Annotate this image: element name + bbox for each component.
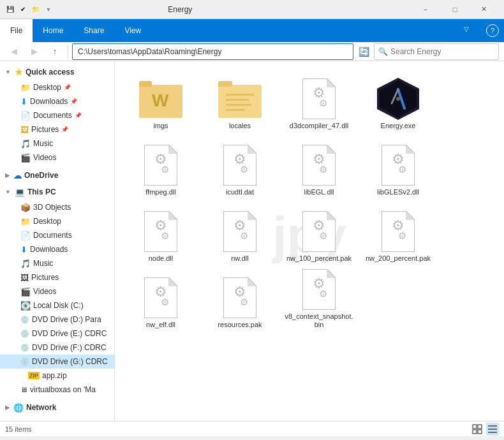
file-item-nw-elf[interactable]: ⚙ ⚙ nw_elf.dll (122, 268, 199, 332)
search-input[interactable] (390, 47, 494, 56)
file-item-v8context[interactable]: ⚙ ⚙ v8_context_snapshot.bin (281, 268, 357, 332)
file-item-resources[interactable]: ⚙ ⚙ resources.pak (202, 268, 278, 332)
svg-text:⚙: ⚙ (240, 230, 248, 241)
file-item-icudtl[interactable]: ⚙ ⚙ icudtl.dat (202, 135, 278, 199)
sidebar-item-dvd-e[interactable]: 💿 DVD Drive (E:) CDRC (0, 326, 114, 341)
address-path[interactable]: C:\Users\tomas\AppData\Roaming\Energy (72, 43, 353, 60)
view-controls (471, 423, 499, 436)
file-icon-locales (217, 76, 263, 122)
sidebar-item-pictures-pc[interactable]: 🖼 Pictures (0, 270, 114, 284)
sidebar-section-onedrive[interactable]: ▶ ☁ OneDrive (0, 167, 114, 184)
toolbar: ◀ ▶ ↑ C:\Users\tomas\AppData\Roaming\Ene… (0, 42, 504, 61)
sidebar-label: Downloads (30, 245, 68, 254)
file-icon-nw200: ⚙ ⚙ (375, 209, 421, 254)
ribbon-tab-share[interactable]: Share (73, 19, 114, 42)
svg-rect-66 (478, 430, 482, 434)
sidebar-label: DVD Drive (D:) Para (32, 315, 101, 324)
dvd-icon: 💿 (20, 330, 29, 338)
sidebar-item-music-qa[interactable]: 🎵 Music (0, 136, 114, 150)
svg-rect-64 (478, 425, 482, 429)
sidebar-section-quickaccess[interactable]: ▼ ★ Quick access (0, 64, 114, 80)
minimize-button[interactable]: − (411, 0, 440, 19)
maximize-button[interactable]: □ (440, 0, 470, 19)
svg-rect-65 (473, 430, 477, 434)
sidebar-item-appzip[interactable]: ZIP app.zip (0, 369, 114, 383)
svg-text:⚙: ⚙ (398, 230, 406, 241)
file-item-nw200[interactable]: ⚙ ⚙ nw_200_percent.pak (360, 202, 436, 265)
file-item-imgs[interactable]: W imgs (122, 69, 199, 133)
disk-icon: 💽 (20, 301, 31, 311)
ribbon-minimize-btn[interactable]: ▽ (452, 19, 481, 38)
downloads-icon: ⬇ (20, 245, 27, 254)
pin-icon: 📌 (75, 112, 82, 119)
ribbon-tab-file[interactable]: File (0, 19, 33, 42)
file-item-nw[interactable]: ⚙ ⚙ nw.dll (202, 202, 278, 265)
ribbon-tab-home[interactable]: Home (33, 19, 73, 42)
documents-icon: 📄 (20, 231, 31, 240)
file-item-libEGL[interactable]: ⚙ ⚙ libEGL.dll (281, 135, 357, 199)
sidebar-item-downloads-qa[interactable]: ⬇ Downloads 📌 (0, 94, 114, 108)
file-icon-d3dcompiler: ⚙ ⚙ (296, 76, 342, 122)
sidebar-item-localdisk[interactable]: 💽 Local Disk (C:) (0, 298, 114, 312)
ribbon-help-btn[interactable]: ? (486, 24, 499, 37)
onedrive-icon: ☁ (13, 171, 22, 180)
up-button[interactable]: ↑ (46, 44, 64, 59)
large-icon-view-button[interactable] (471, 423, 484, 436)
svg-marker-36 (168, 211, 177, 220)
quickaccess-icon: ★ (15, 67, 23, 77)
sidebar: ▼ ★ Quick access 📁 Desktop 📌 ⬇ Downloads… (0, 61, 115, 421)
sidebar-item-virtualbox[interactable]: 🖥 virtualboxas on 'Ma (0, 383, 114, 397)
sidebar-item-dvd-d[interactable]: 💿 DVD Drive (D:) Para (0, 312, 114, 326)
close-button[interactable]: ✕ (470, 0, 499, 19)
sidebar-section-thispc[interactable]: ▼ 💻 This PC (0, 184, 114, 200)
dvd-icon: 💿 (20, 316, 29, 324)
sidebar-item-desktop-pc[interactable]: 📁 Desktop (0, 214, 114, 228)
file-item-nw100[interactable]: ⚙ ⚙ nw_100_percent.pak (281, 202, 357, 265)
titlebar: 💾 ✔ 📁 ▼ Energy − □ ✕ (0, 0, 504, 19)
quickaccess-chevron: ▼ (5, 69, 11, 75)
sidebar-label: DVD Drive (E:) CDRC (32, 329, 107, 338)
sidebar-item-dvd-f[interactable]: 💿 DVD Drive (F:) CDRC (0, 341, 114, 355)
sidebar-label: virtualboxas on 'Ma (30, 385, 96, 394)
network-icon: 🌐 (13, 403, 24, 413)
svg-point-18 (396, 97, 400, 101)
thispc-chevron: ▼ (5, 189, 11, 195)
file-item-ffmpeg[interactable]: ⚙ ⚙ ffmpeg.dll (122, 135, 199, 199)
file-label: imgs (153, 122, 168, 130)
file-item-d3dcompiler[interactable]: ⚙ ⚙ d3dcompiler_47.dll (281, 69, 357, 133)
ribbon-tab-view[interactable]: View (114, 19, 151, 42)
sidebar-item-3dobjects[interactable]: 📦 3D Objects (0, 200, 114, 214)
file-item-energy-exe[interactable]: Energy.exe (360, 69, 436, 133)
sidebar-item-videos-pc[interactable]: 🎬 Videos (0, 284, 114, 298)
sidebar-item-music-pc[interactable]: 🎵 Music (0, 256, 114, 270)
file-icon-node: ⚙ ⚙ (138, 209, 184, 254)
file-item-libGLESv2[interactable]: ⚙ ⚙ libGLESv2.dll (360, 135, 436, 199)
back-button[interactable]: ◀ (5, 44, 23, 59)
sidebar-item-desktop-qa[interactable]: 📁 Desktop 📌 (0, 80, 114, 94)
file-icon-libGLESv2: ⚙ ⚙ (375, 142, 421, 188)
network-label: Network (26, 403, 56, 412)
svg-marker-40 (248, 211, 256, 220)
sidebar-item-downloads-pc[interactable]: ⬇ Downloads (0, 242, 114, 256)
file-label: nw_200_percent.pak (366, 254, 431, 263)
file-label: node.dll (149, 254, 174, 263)
file-icon-resources: ⚙ ⚙ (217, 275, 263, 321)
svg-rect-9 (226, 109, 245, 111)
videos-icon: 🎬 (20, 287, 31, 297)
sidebar-item-documents-pc[interactable]: 📄 Documents (0, 228, 114, 242)
file-label: libGLESv2.dll (377, 188, 419, 196)
sidebar-item-dvd-g[interactable]: 💿 DVD Drive (G:) CDRC (0, 355, 114, 369)
sidebar-item-pictures-qa[interactable]: 🖼 Pictures 📌 (0, 122, 114, 136)
forward-button[interactable]: ▶ (26, 44, 43, 59)
refresh-button[interactable]: 🔄 (356, 44, 371, 59)
file-item-locales[interactable]: locales (202, 69, 278, 133)
search-box[interactable]: 🔍 (374, 43, 499, 60)
file-item-node[interactable]: ⚙ ⚙ node.dll (122, 202, 199, 265)
sidebar-section-network[interactable]: ▶ 🌐 Network (0, 399, 114, 416)
title-icon-check: ✔ (18, 4, 28, 15)
file-label: nw_100_percent.pak (286, 254, 352, 263)
sidebar-item-documents-qa[interactable]: 📄 Documents 📌 (0, 108, 114, 122)
sidebar-item-videos-qa[interactable]: 🎬 Videos (0, 150, 114, 165)
sidebar-label: Documents (33, 111, 72, 120)
details-view-button[interactable] (486, 423, 499, 436)
